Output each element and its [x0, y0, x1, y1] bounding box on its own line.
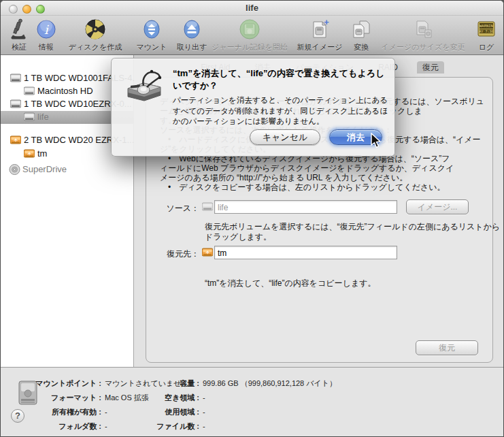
toolbar-label: 検証 — [6, 42, 32, 52]
destination-hint: 復元先ボリュームを選択するには、“復元先”フィールドの左側にあるリストからドラッ… — [205, 222, 500, 242]
info-button[interactable]: i 情報 — [33, 18, 59, 53]
destination-disk-icon — [202, 247, 213, 257]
sidebar-item-label: Macintosh HD — [37, 86, 93, 96]
instruction-line: メージのある場所の “http://”から始まる URL を入力してください。 — [160, 172, 407, 182]
footer-row: 空き領域 :- — [131, 393, 205, 404]
svg-text:+: + — [324, 18, 329, 27]
footer-row: 所有権が有効 :- — [21, 407, 107, 418]
resize-image-icon — [377, 18, 469, 41]
destination-field-label: 復元先： — [157, 248, 199, 260]
source-field[interactable]: life — [214, 200, 397, 214]
destination-field[interactable]: tm — [214, 246, 397, 259]
footer-row: フォルダ数 :- — [21, 421, 107, 432]
eject-button[interactable]: 取り出す — [175, 18, 209, 53]
cancel-button[interactable]: キャンセル — [250, 129, 320, 145]
toolbar-label: 新規イメージ — [295, 42, 345, 52]
verify-button[interactable]: 検証 — [6, 18, 32, 53]
svg-text:WARNIN: WARNIN — [480, 24, 493, 28]
toolbar-label: ディスクを作成 — [63, 42, 127, 52]
toolbar: 検証 i 情報 ディスクを作成 マウント 取り出す — [1, 16, 503, 55]
sidebar-item-label: SuperDrive — [22, 164, 67, 174]
source-field-label: ソース： — [157, 203, 199, 214]
sidebar-item-label: life — [37, 112, 49, 122]
tab-restore[interactable]: 復元 — [417, 61, 444, 74]
journal-disk-icon — [210, 18, 289, 41]
microscope-icon — [6, 18, 32, 41]
new-image-button[interactable]: + 新規イメージ — [295, 18, 345, 53]
instruction-line: • ディスクをコピーする場合は、左のリストからドラッグしてください。 — [160, 182, 446, 191]
internal-disk-icon — [10, 99, 21, 109]
log-button[interactable]: WARNINAY 7:36 ログ — [473, 18, 500, 53]
burn-icon — [63, 18, 127, 41]
log-warning-icon: WARNINAY 7:36 — [473, 18, 500, 41]
sidebar-item-superdrive[interactable]: SuperDrive — [1, 163, 134, 176]
window-title: life — [1, 3, 503, 13]
sidebar-item-label: tm — [37, 148, 47, 159]
erase-confirm-dialog: “tm”を消去して、“life”の内容で置き換えてもよろしいですか？ パーティシ… — [111, 58, 395, 157]
image-button[interactable]: イメージ... — [406, 199, 469, 214]
disk-utility-stethoscope-icon — [121, 65, 166, 113]
volume-icon — [24, 86, 35, 96]
external-volume-icon — [24, 148, 35, 159]
mount-button[interactable]: マウント — [131, 18, 172, 53]
instruction-line: ィールドにWeb ブラウザからディスクイメージをドラッグするか、ディスクイ — [160, 163, 454, 172]
erase-button[interactable]: 消去 — [329, 129, 382, 145]
new-image-icon: + — [295, 18, 345, 41]
convert-icon — [348, 18, 375, 41]
toolbar-label: マウント — [131, 42, 172, 52]
info-icon: i — [33, 18, 59, 41]
title-bar: life — [1, 1, 503, 16]
dialog-body: パーティションを消去すると、そのパーティション上にあるすべてのデータが削除されま… — [173, 95, 392, 127]
restore-button[interactable]: 復元 — [416, 340, 478, 355]
mount-icon — [131, 18, 172, 41]
footer-row: フォーマット :Mac OS 拡張 — [21, 393, 149, 404]
optical-drive-icon — [9, 164, 20, 174]
help-button[interactable]: ? — [11, 409, 24, 423]
footer-row: ファイル数 :- — [131, 421, 205, 432]
volume-icon — [24, 112, 35, 122]
status-footer: マウントポイント :マウントされていません フォーマット :Mac OS 拡張 … — [1, 367, 503, 437]
burn-button[interactable]: ディスクを作成 — [63, 18, 127, 53]
disk-utility-window: life 検証 i 情報 ディスクを作成 マウント — [0, 0, 504, 437]
toolbar-label: 情報 — [33, 42, 59, 52]
convert-button[interactable]: 変換 — [348, 18, 375, 53]
svg-text:AY 7:36: AY 7:36 — [479, 29, 493, 33]
journaling-button[interactable]: ジャーナル記録を開始 — [210, 18, 289, 53]
internal-disk-icon — [10, 73, 21, 83]
external-disk-icon — [10, 135, 21, 145]
toolbar-label: ログ — [473, 42, 500, 52]
dialog-title: “tm”を消去して、“life”の内容で置き換えてもよろしいですか？ — [173, 67, 389, 92]
toolbar-label: ジャーナル記録を開始 — [210, 42, 289, 52]
toolbar-label: 取り出す — [175, 42, 209, 52]
action-summary: “tm”を消去して、“life”の内容をコピーします。 — [205, 278, 375, 289]
source-disk-icon — [202, 201, 213, 212]
footer-row: 容量 :999.86 GB （999,860,912,128 バイト） — [131, 378, 337, 389]
toolbar-label: 変換 — [348, 42, 375, 52]
footer-row: 使用領域 :- — [131, 407, 205, 418]
eject-icon — [175, 18, 209, 41]
resize-image-button[interactable]: イメージのサイズを変更 — [377, 18, 469, 53]
toolbar-label: イメージのサイズを変更 — [377, 42, 469, 52]
